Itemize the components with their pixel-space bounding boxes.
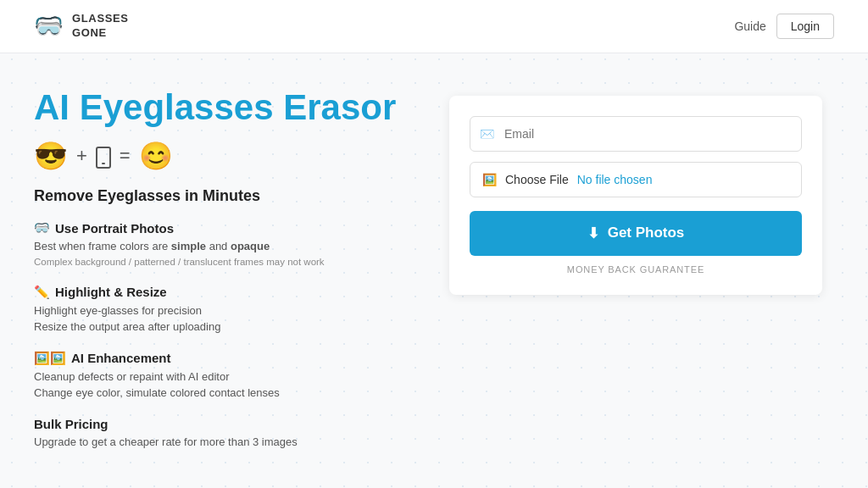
emoji-glasses: 😎 <box>34 140 68 172</box>
money-back-text: MONEY BACK GUARANTEE <box>470 264 802 274</box>
file-image-icon: 🖼️ <box>482 173 497 186</box>
logo-text: GLASSES GONE <box>72 12 129 41</box>
portrait-icon: 🥽 <box>34 220 50 236</box>
feature-portrait-title: 🥽 Use Portrait Photos <box>34 220 415 236</box>
main-content: AI Eyeglasses Erasor 😎 + = 😊 Remove Eyeg… <box>0 53 868 483</box>
right-column: ✉️ 🖼️ Choose File No file chosen ⬇ Get P… <box>449 87 822 466</box>
no-file-text: No file chosen <box>577 173 653 186</box>
feature-ai: 🖼️🖼️ AI Enhancement Cleanup defects or r… <box>34 351 415 402</box>
left-column: AI Eyeglasses Erasor 😎 + = 😊 Remove Eyeg… <box>34 87 415 466</box>
email-icon: ✉️ <box>480 127 494 141</box>
get-photos-button[interactable]: ⬇ Get Photos <box>470 211 802 256</box>
highlight-icon: ✏️ <box>34 285 50 300</box>
logo-area: 🥽 GLASSES GONE <box>34 12 129 41</box>
emoji-happy: 😊 <box>139 140 173 172</box>
email-input[interactable] <box>470 116 802 152</box>
feature-portrait-note: Complex background / patterned / translu… <box>34 255 415 269</box>
emoji-phone <box>96 141 111 172</box>
feature-bulk: Bulk Pricing Upgrade to get a cheaper ra… <box>34 417 415 451</box>
logo-glasses-icon: 🥽 <box>34 12 64 40</box>
emoji-equals: = <box>120 145 131 167</box>
ai-icon: 🖼️🖼️ <box>34 351 66 366</box>
feature-portrait-desc: Best when frame colors are simple and op… <box>34 238 415 255</box>
header: 🥽 GLASSES GONE Guide Login <box>0 0 868 53</box>
feature-portrait: 🥽 Use Portrait Photos Best when frame co… <box>34 220 415 269</box>
emoji-equation: 😎 + = 😊 <box>34 140 415 172</box>
download-icon: ⬇ <box>587 225 599 242</box>
feature-highlight: ✏️ Highlight & Resize Highlight eye-glas… <box>34 285 415 336</box>
page-title: AI Eyeglasses Erasor <box>34 87 415 128</box>
feature-highlight-desc: Highlight eye-glasses for precision Resi… <box>34 302 415 336</box>
get-photos-label: Get Photos <box>608 225 685 241</box>
email-wrapper: ✉️ <box>470 116 802 152</box>
feature-bulk-desc: Upgrade to get a cheaper rate for more t… <box>34 434 415 451</box>
features-heading: Remove Eyeglasses in Minutes <box>34 187 415 205</box>
feature-bulk-title: Bulk Pricing <box>34 417 415 431</box>
file-group: 🖼️ Choose File No file chosen <box>470 162 802 197</box>
file-input-wrapper[interactable]: 🖼️ Choose File No file chosen <box>470 162 802 197</box>
email-group: ✉️ <box>470 116 802 152</box>
feature-ai-desc: Cleanup defects or repaint with AI edito… <box>34 369 415 402</box>
nav: Guide Login <box>734 14 834 39</box>
login-button[interactable]: Login <box>776 14 834 39</box>
feature-highlight-title: ✏️ Highlight & Resize <box>34 285 415 300</box>
choose-file-label[interactable]: Choose File <box>505 173 569 186</box>
guide-link[interactable]: Guide <box>734 19 765 33</box>
emoji-plus: + <box>76 145 87 167</box>
form-card: ✉️ 🖼️ Choose File No file chosen ⬇ Get P… <box>449 96 822 295</box>
feature-ai-title: 🖼️🖼️ AI Enhancement <box>34 351 415 366</box>
